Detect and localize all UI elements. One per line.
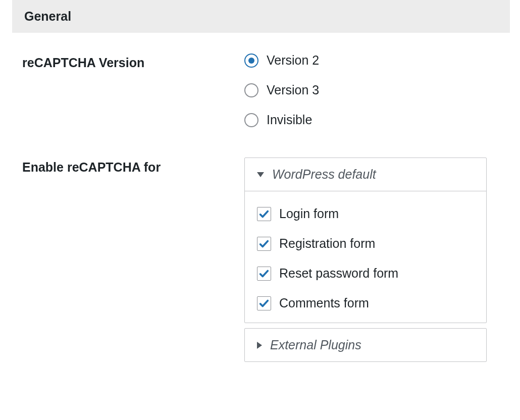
checkbox-indicator: [257, 207, 271, 221]
accordion-header-external-plugins[interactable]: External Plugins: [245, 329, 486, 361]
form-table: reCAPTCHA Version Version 2 Version 3 In…: [0, 33, 520, 387]
check-icon: [258, 268, 270, 279]
checkbox-label: Comments form: [279, 296, 369, 310]
row-recaptcha-version: reCAPTCHA Version Version 2 Version 3 In…: [22, 53, 508, 127]
radio-label: Version 3: [267, 83, 319, 97]
accordion-external-plugins: External Plugins: [244, 328, 487, 362]
check-icon: [258, 298, 270, 309]
checkbox-label: Registration form: [279, 236, 375, 251]
chevron-down-icon: [257, 172, 264, 177]
checkbox-indicator: [257, 296, 271, 310]
radio-version-2[interactable]: Version 2: [244, 53, 508, 68]
checkbox-registration-form[interactable]: Registration form: [257, 236, 474, 251]
radio-group-recaptcha-version: Version 2 Version 3 Invisible: [244, 53, 508, 127]
radio-label: Version 2: [267, 53, 319, 68]
radio-indicator: [244, 113, 258, 127]
checkbox-indicator: [257, 267, 271, 281]
row-enable-recaptcha: Enable reCAPTCHA for WordPress default L…: [22, 158, 508, 367]
chevron-right-icon: [257, 342, 262, 349]
checkbox-comments-form[interactable]: Comments form: [257, 296, 474, 310]
section-title: General: [24, 9, 71, 23]
accordion-title: External Plugins: [270, 338, 361, 352]
accordion-wordpress-default: WordPress default Login form Registratio…: [244, 158, 487, 323]
radio-invisible[interactable]: Invisible: [244, 113, 508, 127]
label-recaptcha-version: reCAPTCHA Version: [22, 53, 244, 70]
label-enable-recaptcha: Enable reCAPTCHA for: [22, 158, 244, 175]
checkbox-indicator: [257, 237, 271, 251]
radio-indicator: [244, 54, 258, 68]
checkbox-label: Login form: [279, 206, 339, 221]
section-header: General: [12, 0, 510, 33]
accordion-header-wordpress-default[interactable]: WordPress default: [245, 158, 486, 191]
checkbox-reset-password-form[interactable]: Reset password form: [257, 266, 474, 281]
checkbox-login-form[interactable]: Login form: [257, 206, 474, 221]
field-enable-recaptcha: WordPress default Login form Registratio…: [244, 158, 508, 367]
accordion-body-wordpress-default: Login form Registration form Reset passw…: [245, 191, 486, 323]
radio-indicator: [244, 83, 258, 97]
check-icon: [258, 238, 270, 249]
field-recaptcha-version: Version 2 Version 3 Invisible: [244, 53, 508, 127]
checkbox-label: Reset password form: [279, 266, 398, 281]
radio-dot-icon: [248, 58, 254, 64]
radio-label: Invisible: [267, 113, 312, 127]
radio-version-3[interactable]: Version 3: [244, 83, 508, 97]
check-icon: [258, 208, 270, 220]
accordion-title: WordPress default: [272, 167, 376, 182]
